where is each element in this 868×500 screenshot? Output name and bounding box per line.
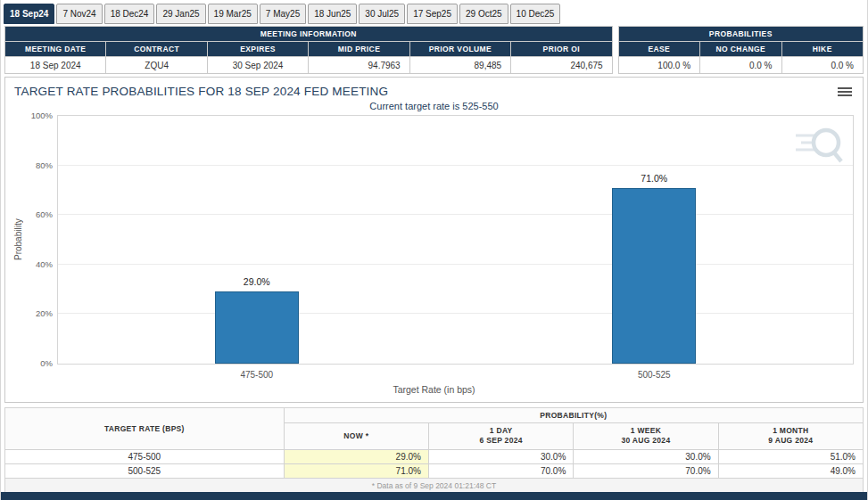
tab-18-dec24[interactable]: 18 Dec24 [104,4,155,24]
meeting-info-col-header: CONTRACT [106,42,207,57]
meeting-info-value-row: 18 Sep 2024ZQU430 Sep 202494.796389,4852… [5,57,613,74]
history-col-header: 1 WEEK30 AUG 2024 [574,423,718,450]
history-rate: 500-525 [5,463,285,478]
tab-7-nov24[interactable]: 7 Nov24 [56,4,102,24]
chart-subtitle: Current target rate is 525-550 [5,101,863,111]
rate-column-header: TARGET RATE (BPS) [5,408,285,450]
chart-menu-icon[interactable] [838,86,852,98]
tab-30-jul25[interactable]: 30 Jul25 [359,4,405,24]
probabilities-value: 0.0 % [781,57,863,74]
history-now-value: 71.0% [284,463,428,478]
tab-29-jan25[interactable]: 29 Jan25 [156,4,205,24]
probabilities-value-row: 100.0 %0.0 %0.0 % [618,57,863,74]
probabilities-title: PROBABILITIES [618,27,863,42]
history-row: 475-50029.0%30.0%30.0%51.0% [5,449,864,463]
target-rate-chart-panel: TARGET RATE PROBABILITIES FOR 18 SEP 202… [4,77,864,403]
history-value: 70.0% [574,463,718,478]
gridline [58,313,853,314]
meeting-info-value: 30 Sep 2024 [207,57,308,74]
bar-500-525 [612,188,696,364]
y-axis-title: Probability [12,116,24,364]
history-row: 500-52571.0%70.0%70.0%49.0% [5,463,864,478]
y-tick-label: 60% [15,209,53,219]
meeting-info-col-header: PRIOR OI [511,42,612,57]
history-value: 30.0% [574,449,718,463]
y-tick-label: 80% [15,160,53,170]
history-col-header: 1 MONTH9 AUG 2024 [718,423,863,450]
gridline [58,214,853,215]
meeting-info-header-row: MEETING DATECONTRACTEXPIRESMID PRICEPRIO… [5,42,613,57]
fedwatch-page: { "tabs": { "items": [ {"label": "18 Sep… [0,0,868,500]
tab-17-sep25[interactable]: 17 Sep25 [407,4,458,24]
history-value: 70.0% [428,463,573,478]
history-table: TARGET RATE (BPS) PROBABILITY(%) NOW *1 … [4,407,864,479]
x-tick-label: 475-500 [203,370,310,380]
probabilities-col-header: NO CHANGE [700,42,781,57]
meeting-info-col-header: MEETING DATE [5,42,106,57]
probabilities-col-header: EASE [618,42,699,57]
y-tick-label: 0% [15,358,53,368]
probabilities-table: PROBABILITIES EASENO CHANGEHIKE 100.0 %0… [618,26,864,74]
probabilities-value: 100.0 % [618,57,699,74]
tab-18-sep24[interactable]: 18 Sep24 [4,4,54,24]
history-col-header: 1 DAY6 SEP 2024 [428,423,573,450]
history-col-header: NOW * [284,423,428,450]
meeting-info-value: 18 Sep 2024 [5,57,106,74]
meeting-info-value: 94.7963 [309,57,409,74]
history-col-header-line1: 1 DAY [433,426,569,436]
meeting-info-col-header: PRIOR VOLUME [409,42,510,57]
meeting-info-value: 89,485 [409,57,510,74]
bar-value-label: 29.0% [203,276,310,287]
y-tick-label: 20% [15,308,53,318]
tab-10-dec25[interactable]: 10 Dec25 [510,4,561,24]
history-section: TARGET RATE (BPS) PROBABILITY(%) NOW *1 … [4,407,864,494]
probability-group-header: PROBABILITY(%) [284,408,863,423]
gridline [58,264,853,265]
history-col-header-line1: NOW * [288,431,425,441]
history-value: 49.0% [718,463,863,478]
history-col-header-line2: 9 AUG 2024 [723,436,859,446]
bottom-navy-bar [1,492,867,500]
meeting-info-value: ZQU4 [106,57,207,74]
history-rate: 475-500 [5,449,285,463]
tab-19-mar25[interactable]: 19 Mar25 [208,4,258,24]
meeting-info-value: 240,675 [511,57,612,74]
chart-plot-area: Probability 0%20%40%60%80%100%29.0%475-5… [57,115,854,365]
y-tick-label: 40% [15,259,53,269]
chart-title: TARGET RATE PROBABILITIES FOR 18 SEP 202… [14,85,388,98]
meeting-info-col-header: MID PRICE [309,42,409,57]
history-value: 30.0% [428,449,573,463]
history-table-body: 475-50029.0%30.0%30.0%51.0%500-52571.0%7… [5,449,864,478]
meeting-info-col-header: EXPIRES [207,42,308,57]
tab-7-may25[interactable]: 7 May25 [260,4,306,24]
x-tick-label: 500-525 [600,370,707,380]
tab-29-oct25[interactable]: 29 Oct25 [459,4,508,24]
meeting-info-title: MEETING INFORMATION [5,27,613,42]
gridline [58,165,853,166]
x-axis-title: Target Rate (in bps) [5,384,863,395]
meeting-info-table: MEETING INFORMATION MEETING DATECONTRACT… [4,26,613,74]
summary-tables: MEETING INFORMATION MEETING DATECONTRACT… [4,26,864,74]
history-col-header-line2: 30 AUG 2024 [577,436,714,446]
history-value: 51.0% [718,449,863,463]
probabilities-header-row: EASENO CHANGEHIKE [618,42,863,57]
probabilities-col-header: HIKE [781,42,863,57]
bar-value-label: 71.0% [600,173,707,184]
tab-18-jun25[interactable]: 18 Jun25 [308,4,357,24]
meeting-tabbar: 18 Sep247 Nov2418 Dec2429 Jan2519 Mar257… [1,0,867,24]
probabilities-value: 0.0 % [700,57,781,74]
history-now-value: 29.0% [284,449,428,463]
y-tick-label: 100% [15,111,53,120]
history-col-header-line2: 6 SEP 2024 [433,436,569,446]
history-col-header-line1: 1 WEEK [577,426,714,436]
bar-475-500 [215,291,299,364]
history-col-header-line1: 1 MONTH [723,426,859,436]
